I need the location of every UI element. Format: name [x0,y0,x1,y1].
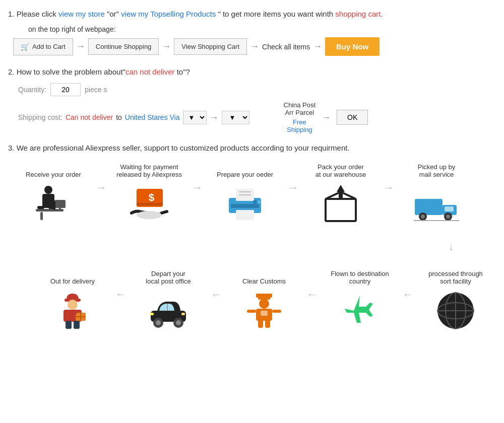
svg-rect-27 [445,206,454,212]
section2-end: to"? [175,67,190,76]
arrow-down: ↓ [406,237,496,257]
arrow-row2-1: → [113,267,128,301]
svg-rect-5 [40,212,43,220]
step-sort: processed throughsort facility [415,267,496,333]
step6-label: Out for delivery [50,267,95,285]
arrow3: → [250,41,259,52]
svg-line-23 [341,192,356,199]
step8-label: Clear Customs [242,267,286,285]
svg-rect-53 [181,313,185,315]
view-shopping-cart-button[interactable]: View Shopping Cart [174,38,247,55]
svg-point-52 [176,320,181,325]
add-to-cart-button[interactable]: 🛒 Add to Cart [13,38,73,55]
destination-link[interactable]: United Stares Via [125,113,180,121]
qty-label: Quantity: [18,86,46,94]
step1-label: Receive your order [26,160,81,178]
buy-now-label: Buy Now [336,42,368,51]
step-depart: Depart yourlocal post office [128,267,209,333]
svg-point-0 [44,186,52,194]
svg-marker-24 [337,185,345,199]
view-topselling-link[interactable]: view my Topselling Products [121,10,216,18]
step3-icon [222,181,268,227]
arrow2: → [162,41,171,52]
shipping-dropdown[interactable]: ▼ [183,111,207,124]
section3-title: 3. We are professional Aliexpress seller… [8,144,496,152]
can-not-deliver-text: Can not deliver [66,113,113,121]
step-payment: Waiting for paymentreleased by Aliexpres… [109,160,190,227]
step10-icon [433,288,478,333]
arrow-row1-2: → [190,160,205,194]
arrow1: → [76,41,85,52]
after-links: " to get more items you want winth [218,10,333,18]
process-row2: processed throughsort facility → [13,267,496,333]
svg-point-12 [137,211,162,219]
quantity-row: Quantity: piece s [18,83,496,96]
intro-text: 1. Please click [8,10,56,18]
svg-rect-63 [74,321,80,329]
piece-label: piece s [85,86,107,94]
quantity-input[interactable] [50,83,81,96]
svg-rect-43 [272,310,281,313]
arrow-row2-3: → [304,267,320,301]
svg-rect-62 [66,321,72,329]
step9-icon [337,288,383,333]
svg-rect-6 [54,200,66,208]
method-dropdown[interactable]: ▼ [222,111,249,124]
svg-rect-2 [37,206,44,209]
arrow-shipping: → [210,112,219,123]
ok-button[interactable]: OK [337,110,368,125]
step4-label: Pack your orderat our warehouse [316,160,366,178]
china-post-line1: China Post [284,101,316,109]
buy-now-button[interactable]: Buy Now [325,37,380,56]
step3-label: Prepare your oeder [217,160,273,178]
process-row1: Receive your order [13,160,496,227]
svg-rect-54 [150,313,154,315]
step2-icon: $ [127,181,172,227]
step-receive-order: Receive your order [13,160,94,227]
svg-point-20 [258,200,261,203]
svg-rect-44 [258,320,263,328]
svg-rect-46 [261,311,268,316]
svg-rect-45 [265,320,270,328]
svg-rect-11 [137,203,163,205]
china-post-info: China Post Arr Parcel FreeShipping [284,101,316,133]
section2-title: 2. How to solve the problem about"can no… [8,66,496,78]
step-flown: Flown to destinationcountry [320,267,400,333]
arrow-row1-1: → [94,160,109,194]
step-out-delivery: Out for delivery [32,267,113,333]
svg-point-19 [253,200,257,204]
can-not-deliver-title: can not deliver [125,67,175,76]
svg-rect-61 [73,312,77,315]
svg-point-56 [68,300,78,310]
shipping-row: Shipping cost: Can not deliver to United… [18,111,249,124]
arrow-row1-4: → [381,160,396,194]
svg-point-31 [446,215,450,219]
ok-label: OK [347,113,357,121]
or-text: "or" [107,10,119,18]
step6-icon [50,288,95,333]
svg-rect-17 [236,210,254,220]
continue-shopping-button[interactable]: Continue Shopping [88,38,159,55]
step4-icon [318,181,363,227]
free-shipping-label: FreeShipping [287,118,312,133]
view-store-link[interactable]: view my store [58,10,105,18]
cart-icon: 🛒 [21,43,29,51]
shopping-cart-text: shopping cart. [335,10,383,18]
step-customs: Clear Customs [224,267,304,333]
step1-icon [31,181,76,227]
svg-point-50 [156,320,161,325]
section1-title: 1. Please click view my store "or" view … [8,8,496,20]
shipping-label: Shipping cost: [18,113,62,121]
check-all-items-text: Check all items [262,43,310,51]
process-container: Receive your order [13,160,496,333]
china-post-line2: Arr Parcel [285,109,314,116]
step-prepare: Prepare your oeder [205,160,285,227]
svg-rect-21 [326,199,356,221]
step-pack: Pack your orderat our warehouse [300,160,381,227]
sub-label: on the top right of webpage: [28,25,496,33]
svg-point-40 [259,299,269,309]
step7-label: Depart yourlocal post office [146,267,191,285]
svg-rect-25 [415,199,443,215]
step8-icon [241,288,287,333]
svg-rect-18 [231,204,259,208]
